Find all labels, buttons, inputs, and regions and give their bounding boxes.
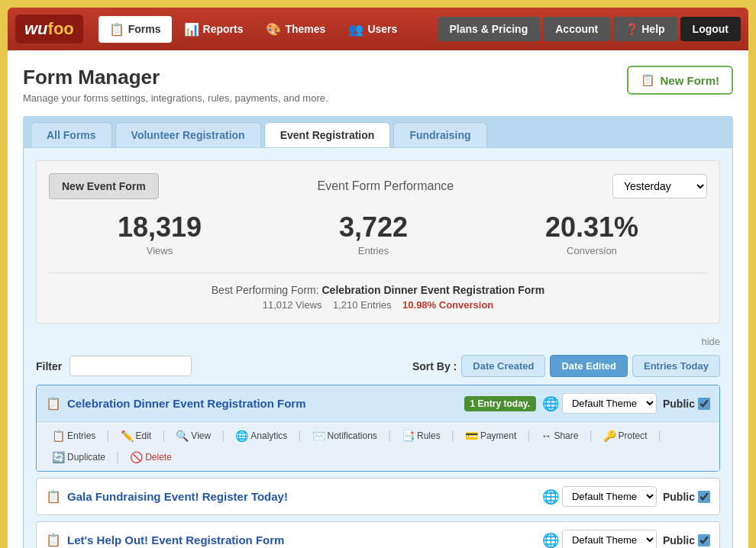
public-checkbox-1[interactable] bbox=[698, 398, 710, 410]
form-name-1[interactable]: Celebration Dinner Event Registration Fo… bbox=[67, 397, 458, 410]
best-entries: 1,210 Entries bbox=[333, 299, 392, 311]
action-share-label: Share bbox=[554, 430, 578, 441]
account-button[interactable]: Account bbox=[543, 17, 610, 41]
form-name-3[interactable]: Let's Help Out! Event Registration Form bbox=[67, 533, 536, 546]
theme-select-wrap-2: 🌐 Default Theme bbox=[542, 486, 657, 507]
nav-forms-label: Forms bbox=[128, 23, 161, 35]
form-item-3: 📋 Let's Help Out! Event Registration For… bbox=[36, 521, 720, 548]
notifications-icon: ✉️ bbox=[312, 430, 325, 442]
action-share[interactable]: ↔️ Share bbox=[535, 427, 584, 445]
theme-icon-3: 🌐 bbox=[542, 532, 559, 549]
page-header-text: Form Manager Manage your forms settings,… bbox=[23, 66, 328, 104]
themes-icon: 🎨 bbox=[266, 22, 281, 37]
public-checkbox-3[interactable] bbox=[698, 534, 710, 546]
sep-3: | bbox=[221, 429, 225, 443]
nav-item-forms[interactable]: 📋 Forms bbox=[99, 16, 172, 43]
theme-select-3[interactable]: Default Theme bbox=[562, 530, 657, 548]
sep-4: | bbox=[298, 429, 301, 443]
nav-item-reports[interactable]: 📊 Reports bbox=[173, 16, 254, 43]
reports-icon: 📊 bbox=[184, 22, 199, 37]
action-view[interactable]: 🔍 View bbox=[170, 427, 217, 445]
action-edit-label: Edit bbox=[136, 430, 152, 441]
best-form-stats: 11,012 Views 1,210 Entries 10.98% Conver… bbox=[49, 299, 707, 311]
action-delete[interactable]: 🚫 Delete bbox=[124, 448, 178, 466]
stat-views-label: Views bbox=[147, 245, 173, 256]
performance-period-select[interactable]: Yesterday Today Last 7 Days Last 30 Days bbox=[612, 174, 707, 198]
tab-event-label: Event Registration bbox=[280, 129, 375, 141]
public-label-3: Public bbox=[663, 534, 695, 546]
tab-volunteer-registration[interactable]: Volunteer Registration bbox=[115, 122, 261, 147]
tabs-bar: All Forms Volunteer Registration Event R… bbox=[23, 116, 733, 147]
tab-event-registration[interactable]: Event Registration bbox=[264, 122, 391, 147]
nav-themes-label: Themes bbox=[285, 23, 325, 35]
nav-item-users[interactable]: 👥 Users bbox=[338, 16, 408, 43]
stat-conversion-value: 20.31% bbox=[545, 211, 638, 243]
help-button[interactable]: ❓ Help bbox=[613, 17, 677, 41]
filter-input[interactable] bbox=[69, 356, 192, 376]
tab-fundraising-label: Fundraising bbox=[409, 129, 470, 141]
filter-label: Filter bbox=[36, 360, 62, 372]
public-checkbox-2[interactable] bbox=[698, 491, 710, 503]
theme-select-2[interactable]: Default Theme bbox=[562, 486, 657, 507]
entry-badge-1: 1 Entry today. bbox=[464, 396, 536, 411]
action-delete-label: Delete bbox=[145, 452, 172, 463]
theme-select-wrap-1: 🌐 Default Theme bbox=[542, 393, 657, 414]
action-payment[interactable]: 💳 Payment bbox=[459, 427, 522, 445]
logout-button[interactable]: Logout bbox=[680, 17, 741, 41]
nav-right: Plans & Pricing Account ❓ Help Logout bbox=[438, 17, 741, 41]
form-icon-3: 📋 bbox=[46, 533, 61, 547]
sort-date-created[interactable]: Date Created bbox=[461, 355, 545, 377]
sep-5: | bbox=[388, 429, 391, 443]
rules-icon: 📑 bbox=[402, 430, 415, 442]
tab-all-forms[interactable]: All Forms bbox=[31, 122, 112, 147]
logo-text: wufoo bbox=[24, 19, 74, 38]
help-label: Help bbox=[641, 23, 664, 35]
stat-views: 18,319 Views bbox=[118, 211, 202, 257]
action-analytics-label: Analytics bbox=[250, 430, 287, 441]
sep-8: | bbox=[589, 429, 592, 443]
form-name-2[interactable]: Gala Fundraising Event! Register Today! bbox=[67, 490, 536, 503]
theme-select-wrap-3: 🌐 Default Theme bbox=[542, 530, 657, 548]
performance-title: Event Form Performance bbox=[159, 179, 612, 193]
tab-fundraising[interactable]: Fundraising bbox=[393, 122, 486, 147]
protect-icon: 🔑 bbox=[603, 430, 616, 442]
entries-icon: 📋 bbox=[52, 430, 65, 442]
stat-entries-label: Entries bbox=[358, 245, 389, 256]
public-label-2: Public bbox=[663, 491, 695, 503]
sort-date-edited[interactable]: Date Edited bbox=[550, 355, 628, 377]
hide-link[interactable]: hide bbox=[36, 336, 720, 347]
logo: wufoo bbox=[15, 15, 83, 44]
sort-entries-today[interactable]: Entries Today bbox=[632, 355, 720, 377]
page-subtitle: Manage your forms settings, integrations… bbox=[23, 92, 328, 104]
form-item-2: 📋 Gala Fundraising Event! Register Today… bbox=[36, 478, 720, 515]
performance-stats: 18,319 Views 3,722 Entries 20.31% Conver… bbox=[49, 211, 707, 257]
best-form-label: Best Performing Form: Celebration Dinner… bbox=[49, 284, 707, 296]
sort-label: Sort By : bbox=[412, 360, 457, 372]
public-wrap-1: Public bbox=[663, 398, 710, 410]
action-duplicate[interactable]: 🔄 Duplicate bbox=[46, 448, 111, 466]
public-wrap-3: Public bbox=[663, 534, 710, 546]
action-notifications[interactable]: ✉️ Notifications bbox=[306, 427, 383, 445]
performance-dropdown[interactable]: Yesterday Today Last 7 Days Last 30 Days bbox=[612, 174, 707, 198]
best-views: 11,012 Views bbox=[263, 299, 322, 311]
sep-9: | bbox=[658, 429, 661, 443]
action-edit[interactable]: ✏️ Edit bbox=[115, 427, 158, 445]
delete-icon: 🚫 bbox=[130, 451, 143, 463]
action-entries[interactable]: 📋 Entries bbox=[46, 427, 102, 445]
action-analytics[interactable]: 🌐 Analytics bbox=[229, 427, 293, 445]
new-form-button[interactable]: 📋 New Form! bbox=[627, 66, 733, 95]
form-row-1: 📋 Celebration Dinner Event Registration … bbox=[37, 385, 719, 421]
best-form-name: Celebration Dinner Event Registration Fo… bbox=[322, 284, 545, 296]
new-event-form-button[interactable]: New Event Form bbox=[49, 173, 159, 199]
nav-item-themes[interactable]: 🎨 Themes bbox=[255, 16, 336, 43]
theme-icon-2: 🌐 bbox=[542, 488, 559, 505]
action-rules-label: Rules bbox=[417, 430, 441, 441]
forms-list: 📋 Celebration Dinner Event Registration … bbox=[36, 385, 720, 548]
plans-pricing-button[interactable]: Plans & Pricing bbox=[438, 17, 541, 41]
action-rules[interactable]: 📑 Rules bbox=[396, 427, 447, 445]
users-icon: 👥 bbox=[348, 22, 363, 37]
action-protect[interactable]: 🔑 Protect bbox=[597, 427, 654, 445]
theme-select-1[interactable]: Default Theme bbox=[562, 393, 657, 414]
best-form-prefix: Best Performing Form: bbox=[212, 284, 319, 296]
theme-icon-1: 🌐 bbox=[542, 395, 559, 412]
